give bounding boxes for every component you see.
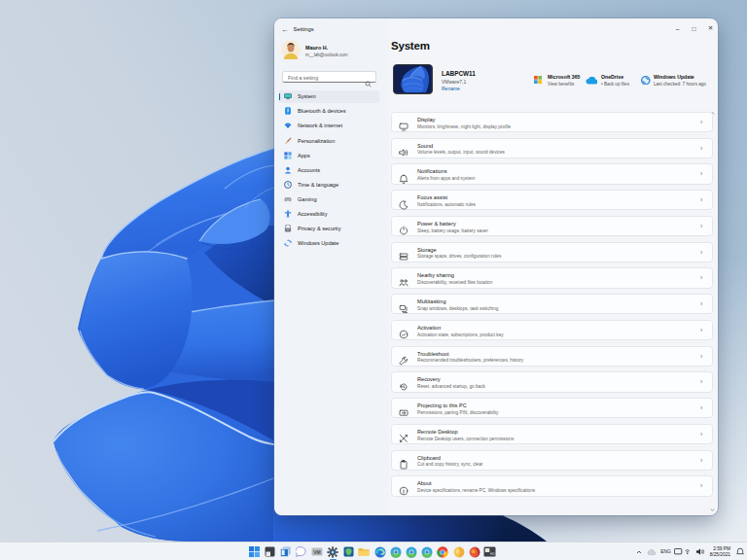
svg-text:HD: HD	[490, 552, 495, 556]
svg-text:VM: VM	[313, 549, 321, 555]
